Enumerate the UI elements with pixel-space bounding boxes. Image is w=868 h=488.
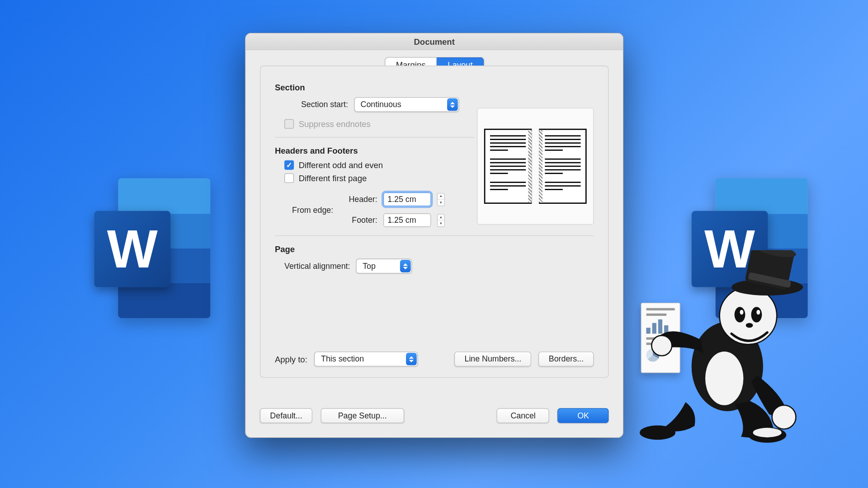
- svg-point-9: [751, 307, 762, 322]
- mascot-character: [629, 250, 838, 453]
- header-input[interactable]: 1.25 cm: [383, 192, 431, 206]
- svg-point-4: [772, 405, 796, 429]
- layout-panel: Section Section start: Continuous Suppre…: [260, 66, 609, 378]
- vertical-alignment-value: Top: [363, 262, 376, 271]
- vertical-alignment-select[interactable]: Top: [356, 258, 412, 273]
- suppress-endnotes-checkbox: [284, 119, 294, 129]
- section-heading: Section: [275, 83, 594, 92]
- section-start-label: Section start:: [301, 100, 348, 109]
- apply-to-value: This section: [321, 355, 364, 364]
- footer-input[interactable]: 1.25 cm: [383, 213, 431, 227]
- binding-indicator-icon: [539, 130, 542, 202]
- svg-point-8: [735, 307, 745, 322]
- from-edge-label: From edge:: [292, 206, 333, 215]
- panel-bottom-row: Apply to: This section Line Numbers... B…: [275, 352, 594, 366]
- footer-label: Footer:: [342, 216, 377, 225]
- different-first-page-checkbox[interactable]: [284, 174, 294, 183]
- section-start-value: Continuous: [361, 100, 401, 109]
- chevron-updown-icon: [406, 353, 417, 366]
- different-odd-even-label: Different odd and even: [299, 160, 383, 170]
- apply-to-select[interactable]: This section: [315, 352, 418, 366]
- page-setup-button[interactable]: Page Setup...: [321, 408, 404, 423]
- svg-point-12: [746, 323, 753, 328]
- word-icon: W: [94, 178, 210, 318]
- page-heading: Page: [275, 244, 594, 254]
- suppress-endnotes-label: Suppress endnotes: [299, 119, 371, 129]
- dialog-footer: Default... Page Setup... Cancel OK: [260, 408, 609, 423]
- footer-stepper[interactable]: ▴▾: [437, 214, 445, 227]
- different-odd-even-checkbox[interactable]: [284, 160, 294, 170]
- page-preview: [477, 108, 594, 225]
- preview-page-left: [484, 129, 532, 204]
- svg-point-2: [705, 352, 743, 405]
- line-numbers-button[interactable]: Line Numbers...: [454, 352, 532, 366]
- chevron-updown-icon: [400, 260, 411, 272]
- ok-button[interactable]: OK: [558, 408, 609, 423]
- section-start-select[interactable]: Continuous: [354, 97, 459, 112]
- binding-indicator-icon: [528, 130, 532, 202]
- header-stepper[interactable]: ▴▾: [437, 193, 445, 206]
- apply-to-label: Apply to:: [275, 354, 307, 364]
- svg-point-11: [756, 310, 760, 315]
- borders-button[interactable]: Borders...: [538, 352, 594, 366]
- svg-point-7: [720, 287, 777, 345]
- cancel-button[interactable]: Cancel: [497, 408, 549, 423]
- different-first-page-label: Different first page: [299, 174, 367, 183]
- svg-point-3: [651, 335, 672, 356]
- vertical-alignment-label: Vertical alignment:: [284, 262, 350, 271]
- header-label: Header:: [342, 195, 377, 204]
- preview-page-right: [539, 129, 586, 204]
- chevron-updown-icon: [447, 99, 458, 111]
- svg-point-6: [753, 428, 782, 437]
- default-button[interactable]: Default...: [260, 408, 312, 423]
- svg-point-0: [640, 426, 675, 440]
- document-dialog: Document Margins Layout Section Section …: [245, 33, 623, 438]
- dialog-title: Document: [245, 33, 623, 50]
- svg-point-10: [740, 310, 744, 315]
